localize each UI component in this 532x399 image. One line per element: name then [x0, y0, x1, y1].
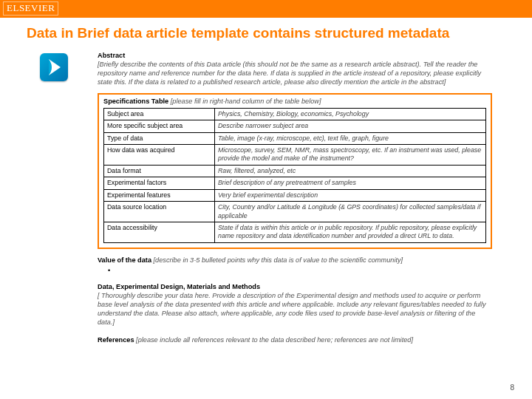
spec-row-value: Describe narrower subject area: [215, 120, 486, 132]
specifications-table: Subject areaPhysics, Chemistry, Biology,…: [103, 108, 486, 243]
data-in-brief-icon: [40, 53, 68, 81]
spec-row-value: State if data is within this article or …: [215, 222, 486, 242]
table-row: Type of dataTable, image (x-ray, microsc…: [104, 132, 486, 144]
spec-row-label: More specific subject area: [104, 120, 215, 132]
methods-text: [ Thoroughly describe your data here. Pr…: [98, 292, 492, 327]
spec-heading-prefix: Specifications Table: [103, 98, 171, 105]
brand-logo: ELSEVIER: [3, 1, 58, 16]
spec-row-value: Microscope, survey, SEM, NMR, mass spect…: [215, 145, 486, 166]
abstract-heading: Abstract: [98, 52, 492, 61]
document-body: Abstract [Briefly describe the contents …: [98, 52, 492, 344]
table-row: Data accessibilityState if data is withi…: [104, 222, 486, 242]
value-heading-suffix: [describe in 3-5 bulleted points why thi…: [154, 256, 403, 264]
spec-heading: Specifications Table [please fill in rig…: [103, 98, 486, 106]
spec-row-label: Data accessibility: [104, 222, 215, 242]
slide-title: Data in Brief data article template cont…: [0, 18, 532, 47]
spec-row-label: Experimental features: [104, 189, 215, 201]
table-row: Subject areaPhysics, Chemistry, Biology,…: [104, 108, 486, 120]
specifications-box: Specifications Table [please fill in rig…: [98, 93, 492, 249]
table-row: How data was acquiredMicroscope, survey,…: [104, 145, 486, 166]
spec-row-value: Brief description of any pretreatment of…: [215, 177, 486, 189]
abstract-text: [Briefly describe the contents of this D…: [98, 61, 492, 87]
page-number: 8: [510, 383, 514, 392]
refs-suffix: [please include all references relevant …: [136, 336, 413, 344]
table-row: Experimental factorsBrief description of…: [104, 177, 486, 189]
table-row: More specific subject areaDescribe narro…: [104, 120, 486, 132]
brand-text: ELSEVIER: [3, 1, 58, 16]
content-area: Abstract [Briefly describe the contents …: [0, 52, 532, 344]
spec-row-label: Subject area: [104, 108, 215, 120]
table-row: Data formatRaw, filtered, analyzed, etc: [104, 165, 486, 177]
icon-column: [40, 53, 71, 81]
spec-row-label: Data source location: [104, 202, 215, 222]
refs-prefix: References: [98, 336, 136, 344]
spec-row-label: Type of data: [104, 132, 215, 144]
table-row: Experimental featuresVery brief experime…: [104, 189, 486, 201]
spec-row-value: Raw, filtered, analyzed, etc: [215, 165, 486, 177]
spec-row-label: Experimental factors: [104, 177, 215, 189]
spec-row-label: Data format: [104, 165, 215, 177]
spec-row-value: Very brief experimental description: [215, 189, 486, 201]
spec-row-value: Physics, Chemistry, Biology, economics, …: [215, 108, 486, 120]
spec-heading-suffix: [please fill in right-hand column of the…: [171, 98, 321, 105]
top-bar: ELSEVIER: [0, 0, 532, 18]
references-heading: References [please include all reference…: [98, 336, 492, 345]
value-bullet: •: [108, 267, 492, 276]
value-heading-prefix: Value of the data: [98, 256, 154, 264]
methods-heading: Data, Experimental Design, Materials and…: [98, 283, 492, 292]
spec-row-value: City, Country and/or Latitude & Longitud…: [215, 202, 486, 222]
spec-row-value: Table, image (x-ray, microscope, etc), t…: [215, 132, 486, 144]
spec-row-label: How data was acquired: [104, 145, 215, 166]
table-row: Data source locationCity, Country and/or…: [104, 202, 486, 222]
value-heading: Value of the data [describe in 3-5 bulle…: [98, 256, 492, 265]
